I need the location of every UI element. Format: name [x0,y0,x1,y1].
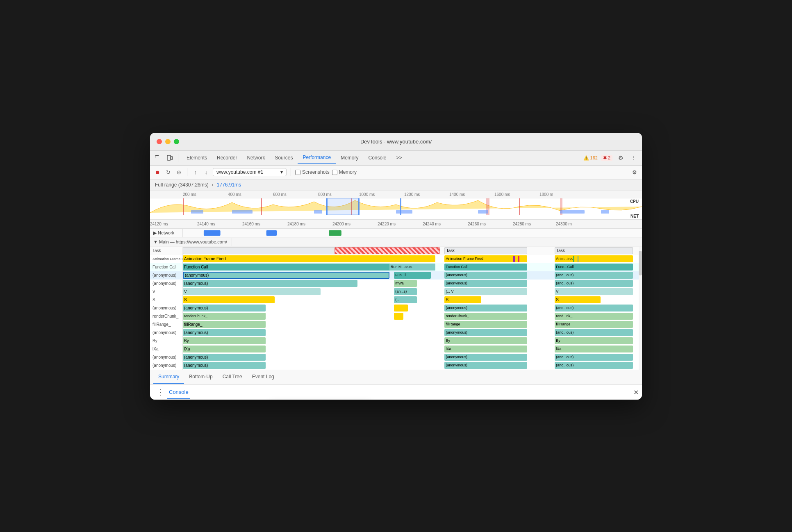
tab-memory[interactable]: Memory [336,152,363,163]
tab-summary[interactable]: Summary [153,371,184,384]
tab-elements[interactable]: Elements [182,152,212,163]
anon-row-5: (anonymous) (anonymous) (anonymous) (ano… [150,353,642,361]
console-tab[interactable]: Console [167,386,190,399]
tab-sources[interactable]: Sources [270,152,298,163]
time-24220: 24220 ms [378,222,396,226]
url-selector[interactable]: www.youtube.com #1 ▾ [213,168,287,176]
upload-icon[interactable]: ↑ [191,168,200,176]
anon-chip-8[interactable]: (anonymous) [444,305,527,311]
func-chip-3[interactable]: Func...Call [555,264,633,271]
flame-chart[interactable]: Task Task Task Animation Frame Fired Ani… [150,247,642,370]
more-options-icon[interactable]: ⋮ [629,153,639,163]
tab-more[interactable]: >> [391,152,407,163]
render-chip-1[interactable]: renderChunk_ [183,313,266,320]
anon-row-1: (anonymous) (anonymous) Fun...ll (anonym… [150,271,642,280]
network-expand-icon[interactable]: ▶ [153,230,157,236]
anon-row-3: (anonymous) (anonymous) (anonymous) (ano… [150,304,642,312]
tab-call-tree[interactable]: Call Tree [218,371,247,384]
download-icon[interactable]: ↓ [202,168,210,176]
anon-chip-14[interactable]: (anonymous) [444,354,527,361]
v-chip-2[interactable]: (... V [444,288,527,295]
scrollbar-thumb[interactable] [639,251,642,275]
s-chip-1[interactable]: S [183,296,275,303]
record-button[interactable]: ⏺ [153,168,162,176]
task-chip-1[interactable] [183,247,339,254]
by-chip-1[interactable]: By [183,337,266,344]
anon-chip-7[interactable]: (anonymous) [183,305,266,311]
anon-chip-6[interactable]: (ano...ous) [555,280,633,287]
tab-performance[interactable]: Performance [298,152,336,164]
render-chip-2[interactable]: renderChunk_ [444,313,527,320]
screenshots-checkbox[interactable] [295,170,300,175]
lxa-chip-2[interactable]: lXa [444,346,527,352]
fill-chip-3[interactable]: fillRange_ [555,321,633,328]
anon-chip-9[interactable]: (ano...ous) [555,305,633,311]
by-chip-3[interactable]: By [555,337,633,344]
anon-chip-1[interactable]: (anonymous) [183,272,389,279]
minimize-button[interactable] [165,139,171,144]
by-chip-2[interactable]: By [444,337,527,344]
network-label[interactable]: ▶ Network [150,229,183,237]
anim-chip-1[interactable]: Animation Frame Fired [183,255,435,262]
anon-chip-2[interactable]: (anonymous) [444,272,527,279]
anon-chip-12[interactable]: (ano...ous) [555,329,633,336]
mwa-chip[interactable]: mWa [394,280,417,287]
anon-chip-5[interactable]: (anonymous) [444,280,527,287]
tab-recorder[interactable]: Recorder [212,152,242,163]
clear-icon[interactable]: ⊘ [175,168,183,176]
timeline-overview[interactable]: 200 ms 400 ms 600 ms 800 ms 1000 ms 1200… [150,191,642,220]
settings-icon[interactable]: ⚙ [616,153,626,163]
reload-icon[interactable]: ↻ [164,168,172,176]
capture-settings-icon[interactable]: ⚙ [630,168,639,176]
time-24200: 24200 ms [332,222,350,226]
anon-chip-11[interactable]: (anonymous) [444,329,527,336]
main-label-col[interactable]: ▼ Main — https://www.youtube.com/ [150,238,232,246]
paren-chip[interactable]: (... [394,296,417,303]
close-button[interactable]: ✕ [633,389,639,396]
console-more-icon[interactable]: ⋮ [153,389,167,396]
s-marker [467,297,469,303]
tab-network[interactable]: Network [242,152,270,163]
task-long-chip[interactable] [335,247,440,254]
anon-chip-16[interactable]: (anonymous) [183,362,266,369]
func-chip-2[interactable]: Function Call [444,264,527,271]
scrollbar-track[interactable] [639,247,642,370]
maximize-button[interactable] [174,139,179,144]
close-button[interactable] [157,139,162,144]
lxa-chip-1[interactable]: lXa [183,346,266,352]
s-chip-3[interactable]: S [555,296,601,303]
warning-badge[interactable]: ⚠️ 162 [583,155,598,161]
anon-chip-4[interactable]: (anonymous) [183,280,357,287]
tab-event-log[interactable]: Event Log [247,371,279,384]
ans-chip[interactable]: (an...s) [394,288,417,295]
anon-chip-10[interactable]: (anonymous) [183,329,266,336]
fill-chip-1[interactable]: fillRange_ [183,321,266,328]
tab-console[interactable]: Console [363,152,391,163]
fun-ll-chip[interactable]: Fun...ll [394,272,431,279]
anim-chip-3[interactable]: Anim...ired [555,255,633,262]
fill-chip-2[interactable]: fillRange_ [444,321,527,328]
render-chip-3[interactable]: rend...nk_ [555,313,633,320]
task-chip-3[interactable]: Task [555,247,633,254]
anon-chip-17[interactable]: (anonymous) [444,362,527,369]
s-content: S (... S S [183,296,642,304]
device-toolbar-icon[interactable] [165,153,175,163]
anon-chip-3[interactable]: (ano...ous) [555,272,633,279]
task-chip-2[interactable]: Task [444,247,527,254]
tab-bottom-up[interactable]: Bottom-Up [184,371,217,384]
run-tasks-chip[interactable]: Run M...asks [389,264,435,271]
v-chip-1[interactable]: V [183,288,321,295]
v-chip-3[interactable]: V [555,288,633,295]
small-yellow[interactable] [394,305,408,311]
anon-chip-15[interactable]: (ano...ous) [555,354,633,361]
lxa-chip-3[interactable]: lXa [555,346,633,352]
s-chip-2[interactable]: S [444,296,481,303]
anon-chip-13[interactable]: (anonymous) [183,354,266,361]
url-dropdown-icon[interactable]: ▾ [280,169,283,175]
main-expand-icon[interactable]: ▼ [153,239,158,244]
anon-chip-18[interactable]: (ano...ous) [555,362,633,369]
tiny-yellow[interactable] [394,313,403,320]
error-badge[interactable]: ✖ 2 [601,155,612,161]
memory-checkbox[interactable] [332,170,337,175]
inspect-icon[interactable] [153,153,163,163]
